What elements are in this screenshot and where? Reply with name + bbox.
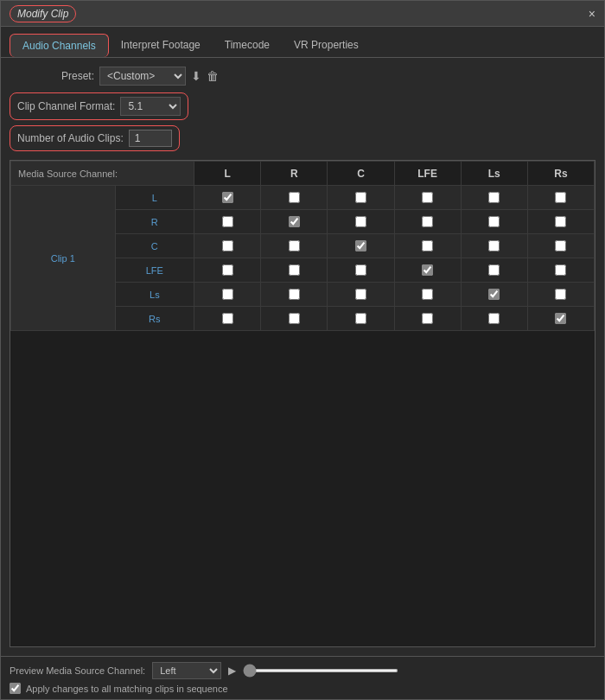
channel-checkbox[interactable] bbox=[355, 240, 366, 251]
channel-checkbox[interactable] bbox=[355, 216, 366, 227]
preview-label: Preview Media Source Channel: bbox=[10, 665, 145, 676]
main-content: Preset: <Custom> Mono Stereo 5.1 7.1 ⬇ 🗑… bbox=[1, 58, 604, 656]
channel-cell bbox=[394, 210, 461, 234]
channel-cell bbox=[328, 307, 394, 331]
channel-cell bbox=[261, 186, 328, 210]
channel-checkbox[interactable] bbox=[555, 240, 566, 251]
dialog-title: Modify Clip bbox=[10, 5, 76, 22]
preset-select[interactable]: <Custom> Mono Stereo 5.1 7.1 bbox=[99, 67, 186, 86]
preview-slider[interactable] bbox=[243, 669, 398, 672]
col-header-lfe: LFE bbox=[394, 162, 461, 186]
channel-checkbox[interactable] bbox=[488, 289, 500, 300]
channel-checkbox[interactable] bbox=[222, 264, 233, 276]
channel-checkbox[interactable] bbox=[422, 192, 433, 203]
channel-table: Media Source Channel: L R C LFE Ls Rs Cl… bbox=[10, 161, 595, 331]
num-audio-clips-row: Number of Audio Clips: bbox=[10, 125, 180, 151]
delete-preset-button[interactable]: 🗑 bbox=[207, 69, 219, 83]
channel-cell bbox=[461, 186, 527, 210]
clip-channel-format-label: Clip Channel Format: bbox=[17, 100, 115, 112]
media-source-header: Media Source Channel: bbox=[11, 162, 194, 186]
close-button[interactable]: × bbox=[589, 7, 595, 21]
channel-checkbox[interactable] bbox=[355, 289, 366, 300]
clip-channel-format-select[interactable]: Mono Stereo 5.1 7.1 bbox=[120, 97, 181, 116]
channel-checkbox[interactable] bbox=[355, 264, 366, 276]
apply-checkbox[interactable] bbox=[10, 683, 21, 694]
save-preset-button[interactable]: ⬇ bbox=[191, 69, 201, 83]
channel-checkbox[interactable] bbox=[488, 264, 500, 276]
num-audio-clips-input[interactable] bbox=[129, 130, 172, 147]
channel-cell bbox=[394, 234, 461, 258]
channel-cell bbox=[194, 283, 261, 307]
channel-checkbox[interactable] bbox=[355, 313, 366, 324]
clip-channel-format-row: Clip Channel Format: Mono Stereo 5.1 7.1 bbox=[10, 92, 188, 120]
clip-name-label: Clip 1 bbox=[11, 186, 116, 331]
channel-checkbox[interactable] bbox=[289, 313, 300, 324]
channel-cell bbox=[328, 210, 394, 234]
tab-audio-channels[interactable]: Audio Channels bbox=[10, 34, 109, 57]
channel-checkbox[interactable] bbox=[488, 192, 500, 203]
channel-cell bbox=[461, 210, 527, 234]
channel-checkbox[interactable] bbox=[289, 289, 300, 300]
channel-cell bbox=[394, 186, 461, 210]
apply-row: Apply changes to all matching clips in s… bbox=[10, 683, 595, 694]
preview-channel-select[interactable]: Left Right Center LFE Ls Rs bbox=[152, 662, 221, 679]
channel-checkbox[interactable] bbox=[222, 240, 233, 251]
channel-checkbox[interactable] bbox=[555, 264, 566, 276]
channel-cell bbox=[394, 307, 461, 331]
channel-cell bbox=[527, 234, 594, 258]
modify-clip-dialog: Modify Clip × Audio Channels Interpret F… bbox=[0, 0, 605, 700]
channel-cell bbox=[461, 234, 527, 258]
channel-cell bbox=[194, 186, 261, 210]
col-header-c: C bbox=[328, 162, 394, 186]
preview-row: Preview Media Source Channel: Left Right… bbox=[10, 662, 595, 679]
channel-checkbox[interactable] bbox=[488, 313, 500, 324]
channel-cell bbox=[328, 283, 394, 307]
tab-timecode[interactable]: Timecode bbox=[213, 34, 282, 57]
channel-checkbox[interactable] bbox=[422, 264, 433, 276]
row-channel-label: Rs bbox=[115, 307, 194, 331]
tab-vr-properties[interactable]: VR Properties bbox=[282, 34, 371, 57]
bottom-bar: Preview Media Source Channel: Left Right… bbox=[1, 656, 604, 699]
channel-checkbox[interactable] bbox=[555, 313, 566, 324]
channel-cell bbox=[261, 307, 328, 331]
channel-cell bbox=[261, 258, 328, 283]
channel-checkbox[interactable] bbox=[289, 264, 300, 276]
channel-checkbox[interactable] bbox=[422, 289, 433, 300]
row-channel-label: L bbox=[115, 186, 194, 210]
channel-checkbox[interactable] bbox=[289, 216, 300, 227]
channel-checkbox[interactable] bbox=[355, 192, 366, 203]
channel-checkbox[interactable] bbox=[289, 192, 300, 203]
channel-checkbox[interactable] bbox=[222, 289, 233, 300]
apply-label: Apply changes to all matching clips in s… bbox=[26, 684, 228, 694]
channel-cell bbox=[527, 210, 594, 234]
col-header-l: L bbox=[194, 162, 261, 186]
channel-checkbox[interactable] bbox=[422, 216, 433, 227]
channel-table-wrapper: Media Source Channel: L R C LFE Ls Rs Cl… bbox=[10, 160, 595, 647]
preset-icons: ⬇ 🗑 bbox=[191, 69, 219, 83]
channel-checkbox[interactable] bbox=[222, 313, 233, 324]
channel-cell bbox=[527, 186, 594, 210]
row-channel-label: R bbox=[115, 210, 194, 234]
channel-checkbox[interactable] bbox=[222, 216, 233, 227]
tabs-bar: Audio Channels Interpret Footage Timecod… bbox=[1, 27, 604, 58]
channel-checkbox[interactable] bbox=[488, 216, 500, 227]
channel-checkbox[interactable] bbox=[555, 216, 566, 227]
channel-cell bbox=[194, 234, 261, 258]
channel-cell bbox=[461, 307, 527, 331]
channel-cell bbox=[194, 258, 261, 283]
channel-checkbox[interactable] bbox=[555, 192, 566, 203]
play-button[interactable]: ▶ bbox=[228, 665, 236, 677]
col-header-r: R bbox=[261, 162, 328, 186]
channel-cell bbox=[394, 258, 461, 283]
channel-cell bbox=[261, 283, 328, 307]
channel-cell bbox=[261, 210, 328, 234]
channel-checkbox[interactable] bbox=[222, 192, 233, 203]
channel-checkbox[interactable] bbox=[289, 240, 300, 251]
channel-checkbox[interactable] bbox=[488, 240, 500, 251]
col-header-rs: Rs bbox=[527, 162, 594, 186]
channel-checkbox[interactable] bbox=[555, 289, 566, 300]
channel-checkbox[interactable] bbox=[422, 313, 433, 324]
tab-interpret-footage[interactable]: Interpret Footage bbox=[109, 34, 213, 57]
channel-checkbox[interactable] bbox=[422, 240, 433, 251]
channel-cell bbox=[194, 210, 261, 234]
